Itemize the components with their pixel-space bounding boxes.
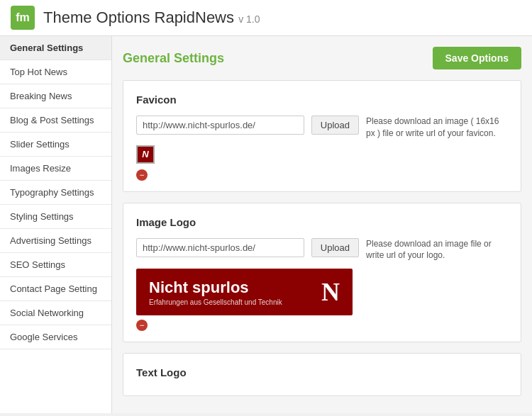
sidebar-item-typography-settings[interactable]: Typography Settings bbox=[0, 181, 111, 205]
image-logo-url-input[interactable] bbox=[136, 238, 304, 257]
favicon-hint: Please download an image ( 16x16 px ) fi… bbox=[366, 116, 508, 140]
sidebar-item-images-resize[interactable]: Images Resize bbox=[0, 157, 111, 181]
logo-badge: fm bbox=[11, 6, 35, 30]
text-logo-section: Text Logo bbox=[123, 353, 521, 396]
sidebar-item-top-hot-news[interactable]: Top Hot News bbox=[0, 60, 111, 84]
sidebar-item-general-settings[interactable]: General Settings bbox=[0, 36, 111, 60]
logo-banner-sub-text: Erfahrungen aus Gesellschaft und Technik bbox=[149, 298, 282, 306]
logo-banner-n: N bbox=[321, 277, 340, 307]
sidebar-item-advertising-settings[interactable]: Advertising Settings bbox=[0, 229, 111, 253]
save-options-button[interactable]: Save Options bbox=[433, 47, 521, 69]
sidebar: General SettingsTop Hot NewsBreaking New… bbox=[0, 36, 112, 413]
sidebar-item-styling-settings[interactable]: Styling Settings bbox=[0, 205, 111, 229]
favicon-url-input[interactable] bbox=[136, 116, 304, 135]
favicon-preview: N bbox=[136, 145, 155, 164]
sidebar-item-google-services[interactable]: Google Services bbox=[0, 325, 111, 349]
image-logo-upload-button[interactable]: Upload bbox=[311, 238, 359, 257]
header: fm Theme Options RapidNews v 1.0 bbox=[0, 0, 532, 36]
logo-banner-main-text: Nicht spurlos bbox=[149, 279, 282, 297]
image-logo-remove-icon[interactable]: − bbox=[136, 320, 148, 331]
favicon-title: Favicon bbox=[136, 94, 508, 106]
text-logo-title: Text Logo bbox=[136, 366, 508, 378]
favicon-remove-icon[interactable]: − bbox=[136, 169, 148, 181]
sidebar-item-breaking-news[interactable]: Breaking News bbox=[0, 84, 111, 108]
main-content: General Settings Save Options Favicon Up… bbox=[112, 36, 532, 413]
sidebar-item-blog-post-settings[interactable]: Blog & Post Settings bbox=[0, 108, 111, 133]
sidebar-item-seo-settings[interactable]: SEO Settings bbox=[0, 253, 111, 277]
image-logo-field-row: Upload Please download an image file or … bbox=[136, 238, 508, 262]
header-title: Theme Options RapidNews v 1.0 bbox=[43, 9, 260, 27]
favicon-field-row: Upload Please download an image ( 16x16 … bbox=[136, 116, 508, 140]
favicon-upload-button[interactable]: Upload bbox=[311, 116, 359, 135]
main-header: General Settings Save Options bbox=[123, 47, 521, 69]
page-title: General Settings bbox=[123, 51, 224, 66]
logo-banner: Nicht spurlos Erfahrungen aus Gesellscha… bbox=[136, 269, 353, 315]
image-logo-section: Image Logo Upload Please download an ima… bbox=[123, 203, 521, 343]
sidebar-item-slider-settings[interactable]: Slider Settings bbox=[0, 133, 111, 157]
image-logo-title: Image Logo bbox=[136, 216, 508, 228]
image-logo-hint: Please download an image file or write u… bbox=[366, 238, 508, 262]
favicon-section: Favicon Upload Please download an image … bbox=[123, 80, 521, 192]
main-layout: General SettingsTop Hot NewsBreaking New… bbox=[0, 36, 532, 413]
sidebar-item-social-networking[interactable]: Social Networking bbox=[0, 301, 111, 325]
sidebar-item-contact-page-setting[interactable]: Contact Page Setting bbox=[0, 277, 111, 301]
